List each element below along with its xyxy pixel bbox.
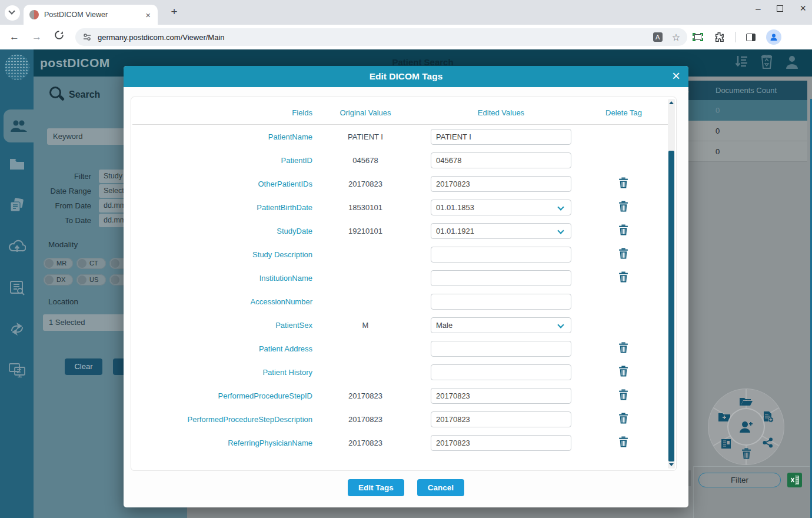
sidebar-item-share[interactable] [0, 315, 34, 343]
scroll-down-arrow[interactable] [669, 463, 674, 466]
excel-export-icon[interactable] [787, 473, 802, 487]
edited-value-cell [412, 129, 571, 145]
study-cards-icon [9, 197, 25, 214]
sidebar-item-patient-search[interactable] [4, 109, 34, 142]
dicom-tag-row: PerformedProcedureStepDescription 201708… [131, 407, 676, 431]
extensions-puzzle-icon[interactable] [714, 32, 724, 42]
add-patient-button[interactable] [728, 409, 764, 444]
field-name: PatientName [131, 132, 318, 141]
delete-tag-button[interactable] [618, 271, 629, 283]
edited-value-input[interactable] [431, 247, 571, 263]
edited-value-input[interactable] [431, 200, 571, 215]
filter-button[interactable]: Filter [698, 473, 781, 487]
original-value: 045678 [318, 156, 412, 165]
modality-toggle-dx[interactable]: DX [44, 274, 73, 285]
dicom-tags-panel: Fields Original Values Edited Values Del… [131, 97, 677, 471]
tab-close-icon[interactable]: × [144, 10, 152, 20]
edited-value-input[interactable] [431, 270, 571, 286]
translate-icon[interactable]: A [653, 32, 663, 42]
report-icon[interactable] [718, 436, 734, 451]
edited-value-input[interactable] [431, 129, 571, 145]
edited-value-cell [412, 247, 571, 263]
modality-toggle-mr[interactable]: MR [44, 258, 73, 269]
edited-value-input[interactable] [431, 435, 571, 451]
delete-tag-button[interactable] [618, 366, 629, 377]
edited-value-input[interactable] [431, 317, 571, 333]
edited-value-input[interactable] [431, 341, 571, 357]
edited-value-input[interactable] [431, 411, 571, 427]
edited-value-input[interactable] [431, 223, 571, 239]
filter-label: Filter [34, 170, 91, 184]
reload-button[interactable] [54, 30, 64, 40]
person-plus-icon [738, 420, 754, 433]
edited-value-input[interactable] [431, 176, 571, 192]
modal-scrollbar[interactable] [668, 99, 675, 469]
quick-actions-menu[interactable] [708, 389, 784, 464]
edited-value-input[interactable] [431, 152, 571, 168]
open-folder-icon[interactable] [738, 394, 754, 409]
browser-tab[interactable]: PostDICOM Viewer × [24, 5, 158, 25]
location-label: Location [48, 297, 78, 306]
clear-button[interactable]: Clear [65, 358, 102, 375]
delete-tag-button[interactable] [618, 201, 629, 212]
user-account-icon[interactable] [785, 54, 799, 69]
field-name: PatientID [131, 156, 318, 165]
forward-button[interactable]: → [32, 31, 42, 43]
delete-tag-button[interactable] [618, 436, 629, 447]
sidebar-item-worklist[interactable] [0, 274, 34, 302]
sidebar-item-transfer[interactable] [0, 356, 34, 384]
screenshot-capture-icon[interactable] [693, 33, 703, 41]
share-icon[interactable] [760, 435, 776, 450]
sidebar-item-folders[interactable] [0, 150, 34, 178]
dicom-tag-row: ReferringPhysicianName 20170823 [131, 431, 676, 454]
delete-tag-button[interactable] [618, 177, 629, 188]
delete-tag-column-header: Delete Tag [571, 108, 676, 117]
site-favicon [29, 10, 39, 19]
sort-order-icon[interactable] [734, 54, 748, 69]
delete-tag-button[interactable] [618, 413, 629, 424]
original-value: 20170823 [318, 415, 412, 424]
edited-value-cell [412, 270, 571, 286]
recycle-bin-icon[interactable] [760, 54, 773, 69]
documents-count-column-label: Documents Count [716, 81, 777, 100]
edited-value-cell [412, 223, 571, 239]
from-date-label: From Date [34, 199, 91, 213]
scrollbar-thumb[interactable] [668, 151, 674, 461]
new-tab-button[interactable]: + [167, 5, 181, 18]
site-settings-icon[interactable] [82, 32, 92, 42]
cancel-button[interactable]: Cancel [417, 479, 464, 496]
field-name: Patient History [131, 368, 318, 377]
edit-tags-button[interactable]: Edit Tags [348, 479, 404, 496]
tab-search-button[interactable] [5, 5, 20, 21]
address-bar[interactable]: germany.postdicom.com/Viewer/Main A ☆ [75, 28, 687, 46]
bookmark-star-icon[interactable]: ☆ [672, 32, 680, 43]
delete-tag-button[interactable] [618, 342, 629, 353]
back-button[interactable]: ← [9, 31, 19, 43]
edited-value-input[interactable] [431, 388, 571, 404]
modality-toggle-ct[interactable]: CT [76, 258, 106, 269]
scroll-up-arrow[interactable] [669, 101, 674, 104]
dicom-tag-row: AccessionNumber [131, 290, 676, 313]
edited-values-column-header: Edited Values [412, 108, 571, 117]
close-icon[interactable]: × [672, 68, 680, 84]
side-panel-icon[interactable] [746, 34, 756, 41]
sidebar-item-upload[interactable] [0, 232, 34, 260]
window-close-button[interactable]: × [800, 2, 806, 15]
search-panel-title: Search [69, 89, 100, 100]
delete-tag-button[interactable] [618, 224, 629, 235]
sidebar-item-studies[interactable] [0, 191, 34, 220]
modality-toggle-us[interactable]: US [76, 274, 106, 285]
url-text[interactable]: germany.postdicom.com/Viewer/Main [98, 33, 653, 42]
column-headers: Fields Original Values Edited Values Del… [131, 101, 676, 124]
edited-value-cell [412, 176, 571, 192]
delete-tag-button[interactable] [618, 389, 629, 400]
delete-icon[interactable] [738, 446, 754, 461]
edited-value-input[interactable] [431, 294, 571, 310]
delete-tag-button[interactable] [618, 248, 629, 259]
dicom-tag-row: InstitutionName [131, 266, 676, 290]
chevron-down-icon [8, 8, 15, 14]
window-maximize-button[interactable] [777, 5, 783, 12]
window-minimize-button[interactable]: – [756, 4, 760, 14]
profile-avatar[interactable] [766, 29, 781, 45]
edited-value-input[interactable] [431, 364, 571, 380]
